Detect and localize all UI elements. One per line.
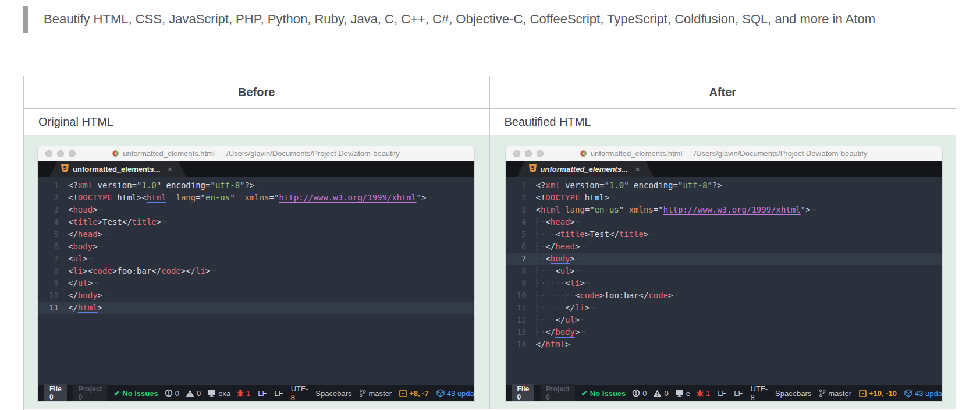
code-line[interactable]: 7<ul>¬: [38, 253, 474, 265]
zoom-window-icon[interactable]: [537, 150, 544, 157]
project-issues-badge[interactable]: Project 0: [73, 384, 108, 401]
project-issues-badge[interactable]: Project 0: [541, 384, 575, 401]
code-line[interactable]: 8····<ul>¬: [506, 265, 942, 277]
eol-marker: ¬: [98, 205, 103, 214]
line-number: 7: [38, 253, 68, 265]
code-line[interactable]: 1<?xml version="1.0" encoding="utf-8"?>¬: [38, 179, 474, 192]
code-line[interactable]: 1<?xml version="1.0" encoding="utf-8"?>¬: [506, 179, 942, 192]
git-diff-indicator[interactable]: +8, -7: [399, 389, 429, 398]
code-line[interactable]: 9······<li>¬: [506, 277, 942, 289]
bug-icon: [237, 389, 244, 397]
code-editor-after[interactable]: 1<?xml version="1.0" encoding="utf-8"?>¬…: [506, 177, 942, 385]
eol-marker: ¬: [576, 266, 580, 275]
bug-count[interactable]: 1: [697, 389, 710, 398]
eol-marker: ¬: [580, 242, 585, 251]
error-count[interactable]: 0: [632, 389, 647, 398]
tab-close-icon[interactable]: ×: [635, 165, 640, 174]
warning-count[interactable]: 0: [653, 389, 668, 398]
indent-whitespace-dots: ··: [536, 254, 546, 263]
file-issues-badge[interactable]: File 0: [44, 384, 67, 401]
package-updates-indicator[interactable]: 43 updates: [904, 389, 942, 398]
code-line[interactable]: 5····<title>Test</title>¬: [506, 228, 942, 241]
statusbar-right: 1 LF LF UTF-8 Spacebars master: [697, 384, 942, 401]
encoding-indicator[interactable]: UTF-8: [750, 384, 768, 401]
line-number: 14: [506, 338, 536, 351]
code-line[interactable]: 11</html>: [38, 302, 474, 314]
code-line[interactable]: 4··<head>¬: [506, 216, 942, 228]
indent-whitespace-dots: ········: [536, 291, 575, 300]
label-original-html: Original HTML: [24, 109, 490, 135]
no-issues-indicator[interactable]: ✔ No Issues: [581, 389, 626, 398]
file-proxy-icon: [580, 150, 587, 157]
tab-close-icon[interactable]: ×: [168, 165, 172, 174]
git-branch-indicator[interactable]: master: [819, 389, 851, 398]
close-window-icon[interactable]: [513, 150, 520, 157]
code-editor-before[interactable]: 1<?xml version="1.0" encoding="utf-8"?>¬…: [38, 177, 474, 385]
table-label-row: Original HTML Beautified HTML: [24, 109, 956, 135]
code-line[interactable]: 2<!DOCTYPE html><html lang="en-us" xmlns…: [38, 192, 474, 204]
code-line[interactable]: 2<!DOCTYPE html>¬: [506, 192, 942, 204]
code-line[interactable]: 14</html>: [506, 338, 942, 351]
line-number: 4: [38, 216, 68, 228]
line-ending-2[interactable]: LF: [734, 389, 743, 398]
monitor-icon: [675, 390, 684, 397]
code-line[interactable]: 12····</ul>¬: [506, 314, 942, 326]
code-line[interactable]: 13··</body>¬: [506, 326, 942, 338]
package-cube-icon: [436, 389, 445, 397]
zoom-window-icon[interactable]: [69, 150, 76, 157]
line-ending-1[interactable]: LF: [258, 389, 267, 398]
eol-marker: ¬: [723, 181, 727, 190]
tab-bar: 5 unformatted_elements... ×: [506, 161, 942, 177]
header-before: Before: [24, 76, 490, 108]
git-branch-indicator[interactable]: master: [359, 389, 392, 398]
line-number: 3: [506, 204, 536, 216]
code-line[interactable]: 9</ul>¬: [38, 277, 474, 289]
code-line[interactable]: 8<li><code>foo:bar</code></li>¬: [38, 265, 474, 277]
line-ending-1[interactable]: LF: [718, 389, 726, 398]
code-line[interactable]: 3<html lang="en-us" xmlns="http://www.w3…: [506, 204, 942, 216]
minimize-window-icon[interactable]: [525, 150, 532, 157]
code-line[interactable]: 10········<code>foo:bar</code>¬: [506, 289, 942, 302]
line-number: 5: [38, 228, 68, 241]
code-line[interactable]: 6<body>¬: [38, 241, 474, 253]
code-line[interactable]: 7··<body>¬: [506, 253, 942, 265]
code-line[interactable]: 4<title>Test</title>¬: [38, 216, 474, 228]
package-updates-indicator[interactable]: 43 updates: [436, 389, 474, 398]
indent-whitespace-dots: ····: [536, 315, 556, 324]
code-line[interactable]: 5</head>¬: [38, 228, 474, 241]
line-ending-2[interactable]: LF: [275, 389, 283, 398]
editor-window-before: unformatted_elements.html — /Users/glavi…: [38, 146, 474, 401]
line-number: 8: [506, 265, 536, 277]
minimize-window-icon[interactable]: [57, 150, 64, 157]
code-line[interactable]: 11······</li>¬: [506, 302, 942, 314]
error-count[interactable]: 0: [165, 389, 179, 398]
grammar-indicator[interactable]: Spacebars: [775, 389, 811, 398]
indent-whitespace-dots: ··: [536, 217, 546, 227]
git-diff-icon: [399, 390, 407, 397]
code-line[interactable]: 6··</head>¬: [506, 241, 942, 253]
no-issues-indicator[interactable]: ✔ No Issues: [113, 389, 158, 398]
close-window-icon[interactable]: [45, 150, 52, 157]
eol-marker: ¬: [98, 242, 103, 251]
remote-host-indicator[interactable]: exa: [207, 389, 230, 398]
package-cube-icon: [904, 389, 912, 397]
grammar-indicator[interactable]: Spacebars: [315, 389, 351, 398]
line-number: 10: [38, 289, 68, 302]
eol-marker: ¬: [585, 278, 590, 288]
tab-unformatted-elements[interactable]: 5 unformatted_elements... ×: [517, 161, 654, 177]
line-number: 11: [506, 302, 536, 314]
remote-host-indicator[interactable]: e: [675, 389, 690, 398]
tab-unformatted-elements[interactable]: 5 unformatted_elements... ×: [49, 161, 186, 177]
git-diff-indicator[interactable]: +10, -10: [859, 389, 897, 398]
line-number: 1: [506, 179, 536, 192]
encoding-indicator[interactable]: UTF-8: [291, 384, 308, 401]
code-line[interactable]: 10</body>¬: [38, 289, 474, 302]
line-number: 6: [38, 241, 68, 253]
monitor-icon: [207, 390, 216, 397]
warning-count[interactable]: 0: [186, 389, 201, 398]
window-title: unformatted_elements.html — /Users/glavi…: [591, 149, 867, 158]
titlebar: unformatted_elements.html — /Users/glavi…: [38, 146, 474, 161]
bug-count[interactable]: 1: [237, 389, 250, 398]
code-line[interactable]: 3<head>¬: [38, 204, 474, 216]
file-issues-badge[interactable]: File 0: [512, 384, 535, 401]
